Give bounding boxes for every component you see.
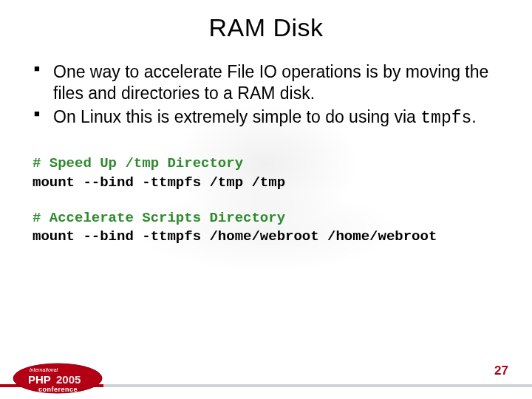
bullet-text-prefix: On Linux this is extremely simple to do … — [53, 107, 420, 126]
code-block-2: # Accelerate Scripts Directory mount --b… — [33, 209, 499, 247]
bullet-item: One way to accelerate File IO operations… — [33, 61, 499, 105]
slide-title: RAM Disk — [33, 13, 499, 42]
bullet-text: One way to accelerate File IO operations… — [53, 62, 488, 103]
code-comment: # Speed Up /tmp Directory — [33, 155, 243, 171]
code-block-1: # Speed Up /tmp Directory mount --bind -… — [33, 154, 499, 192]
bullet-text-suffix: . — [471, 107, 476, 126]
bullet-item: On Linux this is extremely simple to do … — [33, 106, 499, 129]
code-command: mount --bind -ttmpfs /home/webroot /home… — [33, 228, 437, 245]
inline-code: tmpfs — [420, 109, 471, 128]
slide: RAM Disk One way to accelerate File IO o… — [0, 0, 532, 399]
bullet-list: One way to accelerate File IO operations… — [33, 61, 499, 129]
code-command: mount --bind -ttmpfs /tmp /tmp — [33, 174, 285, 191]
code-comment: # Accelerate Scripts Directory — [33, 210, 285, 226]
